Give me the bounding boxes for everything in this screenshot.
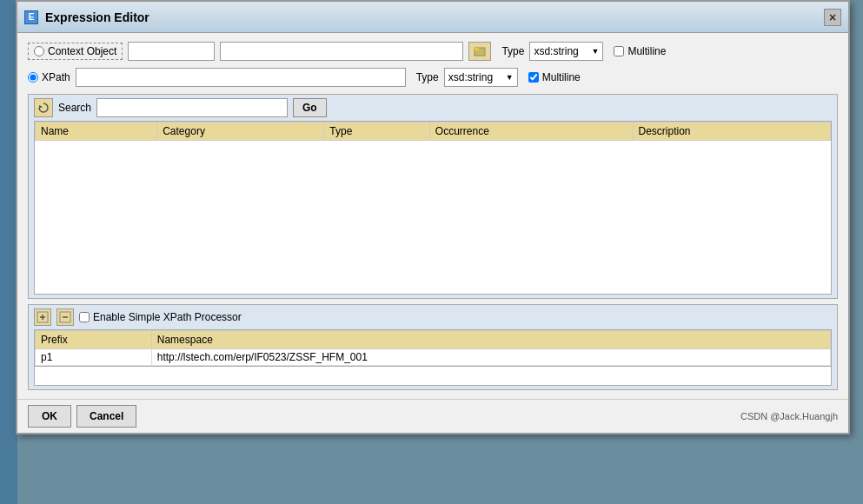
row1-multiline-check[interactable]: Multiline (614, 45, 666, 57)
context-object-radio[interactable] (34, 46, 44, 56)
xpath-input[interactable]: /p1:mt_ERP_ZSSF_HFM_001/sapClient (76, 68, 406, 87)
svg-marker-2 (39, 105, 43, 109)
col-occurrence: Occurrence (429, 123, 633, 141)
row1-type-dropdown[interactable]: xsd:string ▼ (529, 42, 603, 61)
row1-multiline-checkbox[interactable] (614, 46, 624, 56)
namespace-table: Prefix Namespace p1http://lstech.com/erp… (35, 330, 831, 366)
ns-col-namespace: Namespace (151, 331, 830, 349)
watermark: CSDN @Jack.Huangjh (740, 411, 838, 421)
row1-type-label: Type (501, 45, 524, 57)
dialog-icon: E (24, 10, 38, 24)
xpath-radio[interactable] (28, 72, 38, 83)
xpath-multiline-check[interactable]: Multiline (528, 71, 581, 83)
refresh-button[interactable] (34, 98, 53, 117)
col-category: Category (157, 123, 324, 141)
ns-table-row[interactable]: p1http://lstech.com/erp/IF0523/ZSSF_HFM_… (36, 349, 831, 366)
simple-xpath-checkbox[interactable] (79, 312, 90, 322)
search-panel: Search Go Name Category Type Occurrence (28, 94, 838, 299)
namespace-table-container[interactable]: Prefix Namespace p1http://lstech.com/erp… (34, 329, 832, 367)
xpath-label-text: XPath (42, 71, 70, 83)
cancel-button[interactable]: Cancel (76, 405, 136, 428)
dialog-body: Context Object Type xsd:string ▼ Multili… (17, 33, 848, 399)
namespace-panel: Enable Simple XPath Processor Prefix Nam… (28, 304, 838, 390)
ns-prefix-cell: p1 (36, 349, 152, 366)
row1-multiline-label: Multiline (627, 45, 666, 57)
dialog-footer: OK Cancel CSDN @Jack.Huangjh (17, 399, 848, 433)
results-table: Name Category Type Occurrence Descriptio… (35, 122, 831, 141)
search-label: Search (58, 102, 91, 114)
xpath-row: XPath /p1:mt_ERP_ZSSF_HFM_001/sapClient … (28, 68, 838, 87)
context-object-input-1[interactable] (128, 42, 215, 61)
context-object-browse-button[interactable] (468, 42, 491, 61)
context-object-input-2[interactable] (220, 42, 463, 61)
ns-namespace-cell: http://lstech.com/erp/IF0523/ZSSF_HFM_00… (151, 349, 830, 366)
xpath-radio-label[interactable]: XPath (28, 71, 70, 83)
ns-delete-button[interactable] (56, 308, 74, 326)
simple-xpath-check[interactable]: Enable Simple XPath Processor (79, 311, 242, 323)
context-object-label: Context Object (48, 45, 116, 57)
xpath-multiline-label: Multiline (542, 71, 581, 83)
xpath-type-dropdown[interactable]: xsd:string ▼ (444, 68, 518, 87)
col-type: Type (324, 123, 430, 141)
col-description: Description (633, 123, 830, 141)
ns-col-prefix: Prefix (36, 331, 152, 349)
expression-editor-dialog: E Expression Editor × Context Object Typ… (16, 0, 850, 434)
footer-buttons: OK Cancel (28, 405, 136, 428)
title-bar: E Expression Editor × (17, 2, 848, 33)
row1-type-value: xsd:string (534, 45, 578, 57)
ns-empty-row (34, 367, 832, 386)
row1-dropdown-arrow: ▼ (591, 47, 599, 56)
search-row: Search Go (34, 98, 832, 117)
results-table-container[interactable]: Name Category Type Occurrence Descriptio… (34, 121, 832, 295)
go-button[interactable]: Go (293, 98, 327, 117)
simple-xpath-label: Enable Simple XPath Processor (93, 311, 242, 323)
context-object-radio-label[interactable]: Context Object (28, 43, 123, 60)
ns-add-button[interactable] (34, 308, 51, 326)
namespace-toolbar: Enable Simple XPath Processor (34, 308, 832, 326)
col-name: Name (36, 123, 157, 141)
xpath-dropdown-arrow: ▼ (506, 73, 514, 82)
context-object-row: Context Object Type xsd:string ▼ Multili… (28, 42, 838, 61)
xpath-multiline-checkbox[interactable] (528, 72, 539, 83)
ok-button[interactable]: OK (28, 405, 71, 428)
search-input[interactable] (96, 98, 288, 117)
xpath-type-value: xsd:string (448, 71, 493, 83)
close-button[interactable]: × (824, 9, 841, 26)
xpath-type-label: Type (416, 71, 439, 83)
sidebar (0, 0, 17, 504)
svg-rect-1 (475, 48, 479, 50)
dialog-title: Expression Editor (45, 10, 824, 24)
